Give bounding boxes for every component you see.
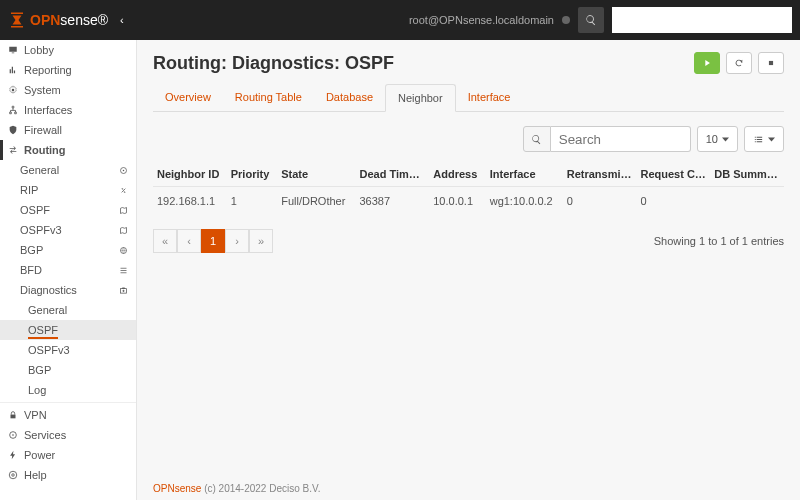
map-icon [119, 206, 128, 215]
gear-icon [8, 430, 18, 440]
page-next[interactable]: › [225, 229, 249, 253]
nav-diag-ospfv3[interactable]: OSPFv3 [0, 340, 136, 360]
nav-diag-log[interactable]: Log [0, 380, 136, 400]
col-dbsummary[interactable]: DB Summary Counter [710, 162, 784, 187]
nav-vpn[interactable]: VPN [0, 405, 136, 425]
table-search-input[interactable] [551, 126, 691, 152]
svg-point-7 [12, 434, 14, 436]
refresh-icon [734, 58, 744, 68]
nav-diag-ospf[interactable]: OSPF [0, 320, 136, 340]
tab-database[interactable]: Database [314, 84, 385, 111]
nav-routing-bfd[interactable]: BFD [0, 260, 136, 280]
tab-overview[interactable]: Overview [153, 84, 223, 111]
gear-icon [8, 85, 18, 95]
desktop-icon [8, 45, 18, 55]
nav-firewall[interactable]: Firewall [0, 120, 136, 140]
page-size-select[interactable]: 10 [697, 126, 738, 152]
main-content: Routing: Diagnostics: OSPF Overview Rout… [137, 40, 800, 500]
top-search-button[interactable] [578, 7, 604, 33]
medkit-icon [119, 286, 128, 295]
col-dead-timer[interactable]: Dead Timer Due [356, 162, 430, 187]
nav-routing-ospfv3[interactable]: OSPFv3 [0, 220, 136, 240]
stop-button[interactable] [758, 52, 784, 74]
col-address[interactable]: Address [429, 162, 485, 187]
col-interface[interactable]: Interface [486, 162, 563, 187]
caret-down-icon [722, 136, 729, 143]
top-bar: OPNsense® ‹ root@OPNsense.localdomain [0, 0, 800, 40]
arrows-icon [119, 186, 128, 195]
restart-button[interactable] [726, 52, 752, 74]
nav-system[interactable]: System [0, 80, 136, 100]
map-icon [119, 226, 128, 235]
status-dot-icon [562, 16, 570, 24]
nav-routing-rip[interactable]: RIP [0, 180, 136, 200]
nav-help[interactable]: Help [0, 465, 136, 485]
search-icon [585, 14, 597, 26]
back-chevron-icon[interactable]: ‹ [120, 14, 124, 26]
nav-routing-general[interactable]: General [0, 160, 136, 180]
logo[interactable]: OPNsense® [8, 11, 108, 29]
nav-diag-general[interactable]: General [0, 300, 136, 320]
globe-icon [119, 246, 128, 255]
page-1[interactable]: 1 [201, 229, 225, 253]
bolt-icon [8, 450, 18, 460]
pagination: « ‹ 1 › » [153, 229, 273, 253]
nav-routing-bgp[interactable]: BGP [0, 240, 136, 260]
pagination-info: Showing 1 to 1 of 1 entries [654, 235, 784, 247]
start-button[interactable] [694, 52, 720, 74]
top-search-input[interactable] [612, 7, 792, 33]
nav-routing-diagnostics[interactable]: Diagnostics [0, 280, 136, 300]
sitemap-icon [8, 105, 18, 115]
svg-point-8 [9, 471, 17, 479]
user-label[interactable]: root@OPNsense.localdomain [409, 14, 554, 26]
col-retransmit[interactable]: Retransmit Counter [563, 162, 637, 187]
tab-interface[interactable]: Interface [456, 84, 523, 111]
nav-services[interactable]: Services [0, 425, 136, 445]
tab-routing-table[interactable]: Routing Table [223, 84, 314, 111]
table-row[interactable]: 192.168.1.1 1 Full/DROther 36387 10.0.0.… [153, 187, 784, 216]
col-neighbor-id[interactable]: Neighbor ID [153, 162, 227, 187]
nav-interfaces[interactable]: Interfaces [0, 100, 136, 120]
life-ring-icon [8, 470, 18, 480]
page-first[interactable]: « [153, 229, 177, 253]
sidebar: Lobby Reporting System Interfaces Firewa… [0, 40, 137, 500]
search-icon [531, 134, 542, 145]
lock-icon [8, 410, 18, 420]
table-search-button[interactable] [523, 126, 551, 152]
footer-brand-link[interactable]: OPNsense [153, 483, 201, 494]
chart-icon [8, 65, 18, 75]
svg-rect-5 [11, 415, 16, 419]
svg-point-9 [12, 474, 15, 477]
svg-point-2 [123, 169, 125, 171]
play-icon [702, 58, 712, 68]
page-last[interactable]: » [249, 229, 273, 253]
nav-routing[interactable]: Routing [0, 140, 136, 160]
stop-icon [766, 58, 776, 68]
svg-rect-10 [769, 61, 773, 65]
page-title: Routing: Diagnostics: OSPF [153, 53, 394, 74]
list-icon [753, 134, 764, 145]
gear-icon [119, 166, 128, 175]
tab-neighbor[interactable]: Neighbor [385, 84, 456, 112]
shield-icon [8, 125, 18, 135]
col-priority[interactable]: Priority [227, 162, 277, 187]
col-state[interactable]: State [277, 162, 355, 187]
nav-lobby[interactable]: Lobby [0, 40, 136, 60]
svg-point-0 [12, 89, 15, 92]
neighbor-table: Neighbor ID Priority State Dead Timer Du… [153, 162, 784, 215]
nav-routing-ospf[interactable]: OSPF [0, 200, 136, 220]
nav-reporting[interactable]: Reporting [0, 60, 136, 80]
page-prev[interactable]: ‹ [177, 229, 201, 253]
col-request[interactable]: Request Counter [636, 162, 710, 187]
exchange-icon [8, 145, 18, 155]
nav-power[interactable]: Power [0, 445, 136, 465]
columns-select[interactable] [744, 126, 784, 152]
bars-icon [119, 266, 128, 275]
tab-bar: Overview Routing Table Database Neighbor… [153, 84, 784, 112]
caret-down-icon [768, 136, 775, 143]
nav-diag-bgp[interactable]: BGP [0, 360, 136, 380]
logo-icon [8, 11, 26, 29]
footer: OPNsense (c) 2014-2022 Deciso B.V. [153, 483, 321, 494]
